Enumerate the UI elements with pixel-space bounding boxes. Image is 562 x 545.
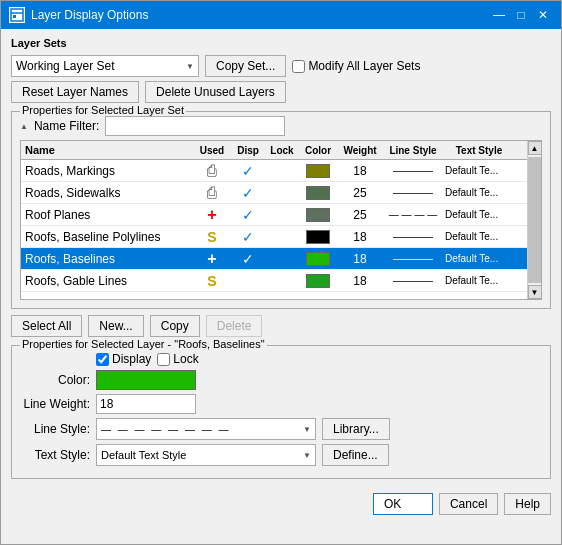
name-filter-input[interactable]	[105, 116, 285, 136]
lock-checkbox[interactable]	[157, 353, 170, 366]
modify-all-label: Modify All Layer Sets	[292, 59, 420, 73]
row-text-style: Default Te...	[443, 182, 515, 203]
name-filter-label: Name Filter:	[34, 119, 99, 133]
table-row[interactable]: Roofs, Baselines + ✓ 18 ———— Default Te.…	[21, 248, 527, 270]
header-lock: Lock	[265, 143, 299, 157]
line-style-dropdown[interactable]: — — — — — — — — ▼	[96, 418, 316, 440]
window-title: Layer Display Options	[31, 8, 148, 22]
row-weight: 18	[337, 270, 383, 291]
main-window: Layer Display Options — □ ✕ Layer Sets W…	[0, 0, 562, 545]
header-line-style: Line Style	[383, 143, 443, 157]
row-weight: 18	[337, 226, 383, 247]
text-style-dropdown-arrow: ▼	[303, 451, 311, 460]
row-text-style: Default Te...	[443, 270, 515, 291]
row-used: S	[193, 226, 231, 247]
row-disp: ✓	[231, 226, 265, 247]
row-used: +	[193, 204, 231, 225]
row-weight: 25	[337, 204, 383, 225]
text-style-dropdown[interactable]: Default Text Style ▼	[96, 444, 316, 466]
maximize-button[interactable]: □	[511, 5, 531, 25]
row-name: Roads, Sidewalks	[21, 182, 193, 203]
display-checkbox[interactable]	[96, 353, 109, 366]
row-text-style: Default Te...	[443, 204, 515, 225]
layer-buttons-row: Reset Layer Names Delete Unused Layers	[11, 81, 551, 103]
row-used: +	[193, 248, 231, 269]
header-color: Color	[299, 143, 337, 157]
display-lock-row: Display Lock	[20, 352, 542, 366]
header-weight: Weight	[337, 143, 383, 157]
row-lock	[265, 204, 299, 225]
copy-set-button[interactable]: Copy Set...	[205, 55, 286, 77]
row-text-style: Default Te...	[443, 248, 515, 269]
row-color	[299, 270, 337, 291]
modify-all-checkbox[interactable]	[292, 60, 305, 73]
table-header: Name Used Disp Lock Color Weight Line St…	[21, 141, 527, 160]
minimize-button[interactable]: —	[489, 5, 509, 25]
layer-sets-row: Working Layer Set ▼ Copy Set... Modify A…	[11, 55, 551, 77]
scrollbar[interactable]: ▲ ▼	[527, 141, 541, 299]
properties-groupbox: Properties for Selected Layer Set ▲ Name…	[11, 111, 551, 309]
color-selector[interactable]	[96, 370, 196, 390]
cancel-button[interactable]: Cancel	[439, 493, 498, 515]
color-row: Color:	[20, 370, 542, 390]
delete-button[interactable]: Delete	[206, 315, 263, 337]
selected-properties-title: Properties for Selected Layer - "Roofs, …	[20, 338, 267, 350]
row-weight: 18	[337, 248, 383, 269]
scroll-down-button[interactable]: ▼	[528, 285, 542, 299]
color-swatch	[306, 230, 330, 244]
select-all-button[interactable]: Select All	[11, 315, 82, 337]
color-swatch	[306, 252, 330, 266]
main-content: Layer Sets Working Layer Set ▼ Copy Set.…	[1, 29, 561, 544]
scroll-thumb[interactable]	[528, 157, 542, 283]
scroll-up-button[interactable]: ▲	[528, 141, 542, 155]
new-button[interactable]: New...	[88, 315, 143, 337]
line-weight-input[interactable]	[96, 394, 196, 414]
delete-unused-layers-button[interactable]: Delete Unused Layers	[145, 81, 286, 103]
row-lock	[265, 160, 299, 181]
table-row[interactable]: Roofs, Gable Lines S 18 ———— Default Te.…	[21, 270, 527, 292]
layer-table-scroll[interactable]: Name Used Disp Lock Color Weight Line St…	[21, 141, 527, 299]
lock-checkbox-label: Lock	[157, 352, 198, 366]
row-line-style: — — — —	[383, 204, 443, 225]
row-name: Roads, Markings	[21, 160, 193, 181]
ok-button[interactable]: OK	[373, 493, 433, 515]
copy-button[interactable]: Copy	[150, 315, 200, 337]
title-bar-controls: — □ ✕	[489, 5, 553, 25]
close-button[interactable]: ✕	[533, 5, 553, 25]
library-button[interactable]: Library...	[322, 418, 390, 440]
table-row[interactable]: Roof Planes + ✓ 25 — — — — Default Te...	[21, 204, 527, 226]
name-filter-row: ▲ Name Filter:	[20, 116, 542, 136]
text-style-value: Default Text Style	[101, 449, 186, 461]
row-name: Roofs, Gable Lines	[21, 270, 193, 291]
text-style-row: Text Style: Default Text Style ▼ Define.…	[20, 444, 542, 466]
line-style-value: — — — — — — — —	[101, 424, 230, 435]
line-style-dropdown-arrow: ▼	[303, 425, 311, 434]
row-lock	[265, 226, 299, 247]
row-color	[299, 248, 337, 269]
define-button[interactable]: Define...	[322, 444, 389, 466]
row-used: ⎙	[193, 160, 231, 181]
text-style-label: Text Style:	[20, 448, 90, 462]
table-row[interactable]: Roads, Sidewalks ⎙ ✓ 25 ———— Default Te.…	[21, 182, 527, 204]
reset-layer-names-button[interactable]: Reset Layer Names	[11, 81, 139, 103]
dropdown-arrow-icon: ▼	[186, 62, 194, 71]
layer-sets-label: Layer Sets	[11, 37, 551, 49]
help-button[interactable]: Help	[504, 493, 551, 515]
working-layer-set-dropdown[interactable]: Working Layer Set ▼	[11, 55, 199, 77]
svg-rect-0	[11, 9, 23, 21]
row-disp: ✓	[231, 204, 265, 225]
header-used: Used	[193, 143, 231, 157]
color-swatch	[306, 274, 330, 288]
properties-groupbox-title: Properties for Selected Layer Set	[20, 104, 186, 116]
line-weight-row: Line Weight:	[20, 394, 542, 414]
title-bar-left: Layer Display Options	[9, 7, 148, 23]
row-lock	[265, 248, 299, 269]
row-text-style: Default Te...	[443, 160, 515, 181]
table-row[interactable]: Roads, Markings ⎙ ✓ 18 ———— Default Te..…	[21, 160, 527, 182]
row-disp: ✓	[231, 248, 265, 269]
row-text-style: Default Te...	[443, 226, 515, 247]
row-weight: 25	[337, 182, 383, 203]
row-name: Roofs, Baseline Polylines	[21, 226, 193, 247]
line-weight-label: Line Weight:	[20, 397, 90, 411]
table-row[interactable]: Roofs, Baseline Polylines S ✓ 18 ———— De…	[21, 226, 527, 248]
